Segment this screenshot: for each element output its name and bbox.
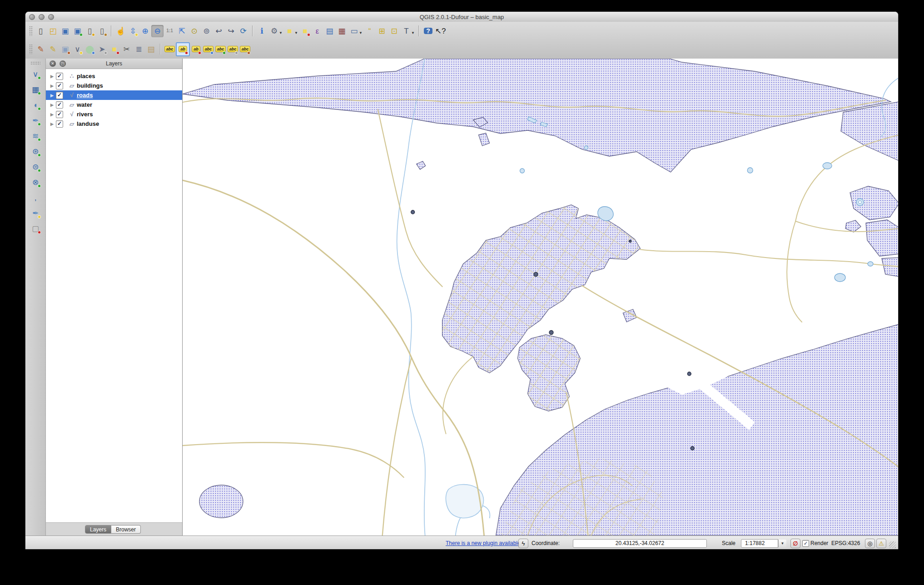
toolbar-drag-handle[interactable] [29, 26, 33, 36]
highlight-pinned-labels[interactable]: ab [190, 43, 202, 55]
layer-name: landuse [77, 120, 99, 127]
node-tool[interactable]: ➤ [96, 43, 108, 55]
label-properties[interactable]: abc [239, 43, 251, 55]
whats-this[interactable]: ↖? [434, 25, 447, 37]
add-mssql-layer[interactable]: ≋ [30, 130, 42, 142]
scale-combobox[interactable]: 1:17882 [741, 539, 778, 548]
zoom-last[interactable]: ↩ [213, 25, 225, 37]
copy-features[interactable]: ≣ [133, 43, 145, 55]
add-wfs-layer-badge [38, 184, 41, 188]
render-checkbox[interactable]: ✓ [802, 540, 809, 547]
save-project-as[interactable]: ▣ [71, 25, 84, 37]
expander-icon[interactable]: ▶ [50, 74, 56, 79]
add-wcs-layer[interactable]: ⊜ [30, 161, 42, 173]
expander-icon[interactable]: ▶ [50, 122, 56, 126]
zoom-out[interactable]: ⊖ [151, 25, 164, 37]
expander-icon[interactable]: ▶ [50, 103, 56, 107]
layer-visibility-checkbox[interactable]: ✓ [56, 101, 63, 109]
select-features[interactable]: ■ [283, 25, 296, 37]
pan-map[interactable]: ☝ [114, 25, 127, 37]
log-messages-warning-icon[interactable]: ⚠ [876, 539, 886, 548]
zoom-to-selection[interactable]: ⊙ [188, 25, 200, 37]
layer-visibility-checkbox[interactable]: ✓ [56, 120, 63, 128]
refresh-map[interactable]: ⟳ [237, 25, 249, 37]
new-project[interactable]: ▯ [35, 25, 47, 37]
layer-visibility-checkbox[interactable]: ✓ [56, 73, 63, 80]
add-postgis-layer[interactable]: ◖ [30, 99, 42, 111]
layer-visibility-checkbox[interactable]: ✓ [56, 82, 63, 89]
show-bookmarks[interactable]: ⊡ [388, 25, 400, 37]
toggle-editing[interactable]: ✎ [47, 43, 59, 55]
map-canvas[interactable] [182, 59, 899, 535]
paste-features[interactable]: ▤ [145, 43, 157, 55]
toolbar-drag-handle[interactable] [29, 44, 33, 54]
map-tips[interactable]: “ [363, 25, 376, 37]
help-contents[interactable]: ? [422, 25, 434, 37]
pin-unpin-labels-badge [185, 51, 188, 55]
crs-status-icon[interactable]: ◎ [865, 539, 875, 548]
tab-layers[interactable]: Layers [85, 525, 111, 534]
add-wfs-layer[interactable]: ⊗ [30, 176, 42, 188]
identify-features[interactable]: ℹ [256, 25, 268, 37]
resize-grip[interactable] [889, 541, 896, 548]
layer-item-landuse[interactable]: ▶✓▱landuse [46, 119, 182, 129]
text-annotation[interactable]: T [400, 25, 412, 37]
zoom-to-layer[interactable]: ⊚ [200, 25, 213, 37]
title-bar[interactable]: QGIS 2.0.1-Dufour – basic_map [25, 12, 898, 22]
expander-icon[interactable]: ▶ [50, 84, 56, 88]
tab-browser[interactable]: Browser [111, 525, 141, 534]
delete-selected[interactable]: ■ [108, 43, 120, 55]
layer-item-buildings[interactable]: ▶✓▱buildings [46, 81, 182, 90]
scale-dropdown-icon[interactable]: ▼ [778, 540, 786, 547]
cut-features[interactable]: ✂ [120, 43, 133, 55]
move-feature[interactable]: ⬤ [84, 43, 96, 55]
expander-icon[interactable]: ▶ [50, 112, 56, 117]
toolbar-drag-handle[interactable] [30, 61, 40, 65]
deselect-features[interactable]: ■ [299, 25, 311, 37]
current-edits[interactable]: ✎ [35, 43, 47, 55]
pin-unpin-labels[interactable]: ab [176, 42, 190, 56]
crs-status-text: EPSG:4326 [831, 540, 860, 546]
layer-item-water[interactable]: ▶✓▱water [46, 100, 182, 109]
add-wms-layer[interactable]: ⊛ [30, 145, 42, 158]
change-label[interactable]: abc [227, 43, 239, 55]
plugin-available-link[interactable]: There is a new plugin available [446, 540, 521, 546]
save-layer-edits[interactable]: ▣ [59, 43, 71, 55]
pan-to-selection[interactable]: ⇳ [127, 25, 139, 37]
run-feature-action[interactable]: ⚙ [268, 25, 280, 37]
coordinate-input[interactable]: 20.43125,-34.02672 [573, 539, 707, 548]
add-raster-layer[interactable]: ▦ [30, 84, 42, 96]
plugin-icon[interactable]: ϟ [518, 539, 528, 548]
add-vector-layer[interactable]: ∨ [30, 68, 42, 80]
layer-labeling-options[interactable]: abc [164, 43, 176, 55]
layer-item-places[interactable]: ▶✓∴places [46, 71, 182, 81]
new-print-composer[interactable]: ▯ [84, 25, 96, 37]
open-project[interactable]: ◰ [47, 25, 59, 37]
add-feature[interactable]: ∨ [71, 43, 84, 55]
move-label[interactable]: abc [202, 43, 214, 55]
add-raster-layer-badge [38, 92, 41, 95]
rotate-label[interactable]: abc [214, 43, 227, 55]
stop-render-icon[interactable]: ∅ [790, 539, 800, 548]
zoom-native[interactable]: 1:1 [164, 25, 176, 37]
layer-visibility-checkbox[interactable]: ✓ [56, 92, 63, 99]
layer-visibility-checkbox[interactable]: ✓ [56, 111, 63, 118]
composer-manager[interactable]: ▯ [96, 25, 108, 37]
new-shapefile-layer[interactable]: ▢ [30, 223, 42, 235]
layer-item-rivers[interactable]: ▶✓√rivers [46, 109, 182, 119]
zoom-full[interactable]: ⇱ [176, 25, 188, 37]
save-project[interactable]: ▣ [59, 25, 71, 37]
main-toolbar: ▯◰▣▣▯▯☝⇳⊕⊖1:1⇱⊙⊚↩↪⟳ℹ⚙▼■▼■ε▤▦▭▼“⊞⊡T▼?↖? [25, 22, 898, 40]
open-attribute-table[interactable]: ▤ [323, 25, 336, 37]
add-spatialite-layer[interactable]: ✒ [30, 114, 42, 127]
layer-item-roads[interactable]: ▶✓√roads [46, 90, 182, 100]
expander-icon[interactable]: ▶ [50, 93, 56, 98]
measure[interactable]: ▭ [348, 25, 360, 37]
select-by-expression[interactable]: ε [311, 25, 323, 37]
field-calculator[interactable]: ▦ [336, 25, 348, 37]
new-spatialite-layer[interactable]: ✒ [30, 207, 42, 219]
zoom-in[interactable]: ⊕ [139, 25, 151, 37]
add-delimited-text-layer[interactable]: , [30, 192, 42, 204]
zoom-next[interactable]: ↪ [225, 25, 237, 37]
new-bookmark[interactable]: ⊞ [376, 25, 388, 37]
